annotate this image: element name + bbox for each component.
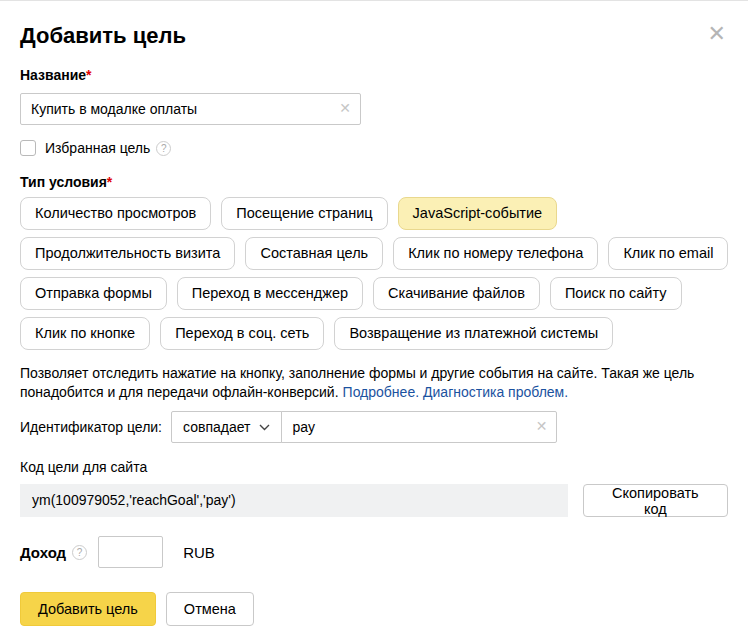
chips-row: Клик по кнопке Переход в соц. сеть Возвр… xyxy=(20,317,728,350)
chips-row: Отправка формы Переход в мессенджер Скач… xyxy=(20,277,728,310)
match-condition-select[interactable]: совпадает xyxy=(171,411,282,443)
condition-type-label: Тип условия* xyxy=(20,174,728,190)
chevron-down-icon xyxy=(259,424,270,431)
add-goal-button[interactable]: Добавить цель xyxy=(20,592,156,626)
favorite-checkbox[interactable] xyxy=(20,140,36,156)
name-input[interactable] xyxy=(20,93,361,125)
chip-messenger[interactable]: Переход в мессенджер xyxy=(177,277,363,310)
revenue-row: Доход ? RUB xyxy=(20,536,728,568)
chip-visit-duration[interactable]: Продолжительность визита xyxy=(20,237,235,270)
required-asterisk: * xyxy=(107,174,112,190)
chip-phone-click[interactable]: Клик по номеру телефона xyxy=(393,237,598,270)
name-input-wrap: ✕ xyxy=(20,93,361,125)
goal-identifier-row: Идентификатор цели: совпадает ✕ xyxy=(20,411,728,443)
chips-row: Продолжительность визита Составная цель … xyxy=(20,237,728,270)
chip-pageviews[interactable]: Количество просмотров xyxy=(20,197,211,230)
chip-form-submit[interactable]: Отправка формы xyxy=(20,277,167,310)
help-icon[interactable]: ? xyxy=(72,545,87,560)
identifier-input-wrap: ✕ xyxy=(281,411,557,443)
identifier-label: Идентификатор цели: xyxy=(20,419,162,435)
chip-file-download[interactable]: Скачивание файлов xyxy=(373,277,540,310)
favorite-label: Избранная цель xyxy=(45,140,150,156)
revenue-label: Доход xyxy=(20,544,66,561)
page-title: Добавить цель xyxy=(20,1,728,49)
match-condition-value: совпадает xyxy=(183,419,250,435)
currency-label: RUB xyxy=(183,544,215,561)
footer-actions: Добавить цель Отмена xyxy=(20,592,728,626)
condition-description: Позволяет отследить нажатие на кнопку, з… xyxy=(20,364,710,402)
details-link[interactable]: Подробнее. xyxy=(343,384,420,400)
chips-row: Количество просмотров Посещение страниц … xyxy=(20,197,728,230)
help-icon[interactable]: ? xyxy=(156,141,171,156)
clear-icon[interactable]: ✕ xyxy=(339,101,351,115)
cancel-button[interactable]: Отмена xyxy=(166,592,254,626)
chip-site-search[interactable]: Поиск по сайту xyxy=(550,277,682,310)
chip-social-network[interactable]: Переход в соц. сеть xyxy=(160,317,324,350)
chip-payment-return[interactable]: Возвращение из платежной системы xyxy=(334,317,613,350)
add-goal-modal: { "dialog": { "title": "Добавить цель" }… xyxy=(0,0,748,641)
clear-icon[interactable]: ✕ xyxy=(536,419,548,433)
chip-page-visit[interactable]: Посещение страниц xyxy=(221,197,387,230)
goal-code-row: ym(100979052,'reachGoal','pay') Скопиров… xyxy=(20,484,728,517)
chip-js-event[interactable]: JavaScript-событие xyxy=(398,197,558,230)
diagnostics-link[interactable]: Диагностика проблем. xyxy=(423,384,568,400)
required-asterisk: * xyxy=(86,67,91,83)
close-icon[interactable]: ✕ xyxy=(708,23,726,45)
chip-composite-goal[interactable]: Составная цель xyxy=(245,237,383,270)
revenue-input[interactable] xyxy=(98,536,163,568)
goal-code-label: Код цели для сайта xyxy=(20,459,728,475)
name-label: Название* xyxy=(20,67,728,83)
favorite-goal-row: Избранная цель ? xyxy=(20,140,728,156)
condition-type-chips: Количество просмотров Посещение страниц … xyxy=(20,197,728,350)
chip-email-click[interactable]: Клик по email xyxy=(608,237,728,270)
copy-code-button[interactable]: Скопировать код xyxy=(583,484,728,517)
goal-code-field: ym(100979052,'reachGoal','pay') xyxy=(20,484,568,517)
chip-button-click[interactable]: Клик по кнопке xyxy=(20,317,150,350)
identifier-input[interactable] xyxy=(281,411,557,443)
